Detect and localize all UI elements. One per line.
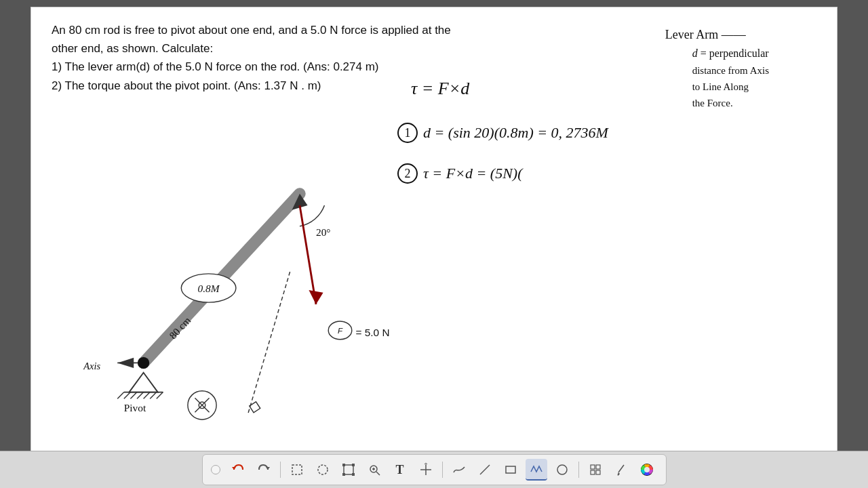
zigzag-button[interactable] bbox=[526, 459, 547, 481]
step1-number: 1 bbox=[397, 123, 418, 143]
toolbar-indicator bbox=[211, 465, 220, 474]
ellipse-select-button[interactable] bbox=[312, 459, 334, 481]
redo-icon bbox=[257, 463, 271, 476]
svg-line-48 bbox=[426, 463, 427, 464]
color-button[interactable] bbox=[636, 459, 658, 481]
problem-line1: An 80 cm rod is free to pivot about one … bbox=[52, 21, 451, 39]
transform-button[interactable] bbox=[338, 459, 359, 481]
svg-text:Pivot: Pivot bbox=[124, 402, 146, 413]
svg-rect-34 bbox=[292, 465, 302, 474]
lever-arm-note: Lever Arm —— d = perpendicular distance … bbox=[665, 28, 769, 111]
svg-marker-17 bbox=[129, 373, 157, 392]
svg-rect-38 bbox=[352, 464, 355, 466]
content-area: An 80 cm rod is free to pivot about one … bbox=[31, 7, 837, 453]
toolbar-container: T bbox=[0, 451, 868, 488]
zoom-button[interactable] bbox=[363, 459, 385, 481]
svg-rect-54 bbox=[591, 470, 595, 474]
svg-point-16 bbox=[138, 357, 149, 369]
lever-arm-title: Lever Arm —— bbox=[665, 28, 769, 42]
svg-line-19 bbox=[117, 392, 124, 399]
step1-content: d = (sin 20)(0.8m) = 0, 2736M bbox=[423, 124, 608, 142]
svg-rect-52 bbox=[591, 465, 595, 469]
svg-line-22 bbox=[137, 392, 144, 399]
svg-line-24 bbox=[150, 392, 157, 399]
zoom-icon bbox=[368, 463, 381, 476]
svg-marker-12 bbox=[309, 290, 323, 304]
rect-select-button[interactable] bbox=[286, 459, 308, 481]
svg-line-21 bbox=[130, 392, 137, 399]
step2-content: τ = F×d = (5N)( bbox=[423, 165, 523, 182]
svg-line-56 bbox=[618, 465, 624, 472]
main-whiteboard: An 80 cm rod is free to pivot about one … bbox=[31, 7, 837, 454]
step2-number: 2 bbox=[397, 163, 418, 184]
ellipse-select-icon bbox=[316, 463, 330, 476]
move-button[interactable] bbox=[415, 459, 437, 481]
toolbar: T bbox=[202, 454, 667, 485]
svg-point-35 bbox=[318, 465, 328, 474]
svg-rect-50 bbox=[506, 466, 515, 473]
svg-rect-40 bbox=[352, 473, 355, 476]
problem-line2: other end, as shown. Calculate: bbox=[52, 39, 451, 58]
color-wheel-icon bbox=[639, 462, 654, 477]
rectangle-button[interactable] bbox=[500, 459, 521, 481]
svg-line-0 bbox=[248, 272, 290, 415]
separator-3 bbox=[578, 462, 579, 478]
circle-icon bbox=[555, 463, 569, 476]
svg-marker-32 bbox=[232, 467, 236, 470]
undo-icon bbox=[231, 463, 245, 476]
problem-line3: 1) The lever arm(d) of the 5.0 N force o… bbox=[52, 58, 451, 76]
svg-point-51 bbox=[557, 465, 567, 474]
stamp-button[interactable] bbox=[585, 459, 606, 481]
svg-line-42 bbox=[376, 472, 380, 475]
svg-line-23 bbox=[144, 392, 151, 399]
svg-text:0.8M: 0.8M bbox=[198, 283, 220, 294]
diagram-area: 0.8M 80 cm 20° F = 5.0 N bbox=[52, 109, 418, 434]
rectangle-icon bbox=[504, 463, 517, 476]
undo-button[interactable] bbox=[227, 459, 249, 481]
svg-text:20°: 20° bbox=[316, 226, 331, 238]
torque-formula: τ = F×d bbox=[411, 79, 469, 99]
problem-line4: 2) The torque about the pivot point. (An… bbox=[52, 77, 451, 95]
separator-1 bbox=[280, 462, 281, 478]
line-icon bbox=[478, 463, 492, 476]
separator-2 bbox=[442, 462, 443, 478]
rect-select-icon bbox=[290, 463, 304, 476]
lever-arm-d-def2: distance from Axis bbox=[692, 62, 769, 79]
brush-button[interactable] bbox=[610, 459, 632, 481]
solution-step-2: 2 τ = F×d = (5N)( bbox=[397, 163, 818, 184]
svg-rect-39 bbox=[342, 473, 345, 476]
svg-rect-37 bbox=[342, 464, 345, 466]
zigzag-icon bbox=[530, 462, 543, 476]
text-icon: T bbox=[395, 463, 403, 477]
svg-line-20 bbox=[124, 392, 131, 399]
line-button[interactable] bbox=[474, 459, 496, 481]
problem-text: An 80 cm rod is free to pivot about one … bbox=[52, 21, 451, 95]
redo-button[interactable] bbox=[253, 459, 275, 481]
svg-rect-55 bbox=[596, 470, 600, 474]
svg-text:F: F bbox=[338, 327, 343, 335]
solution-step-1: 1 d = (sin 20)(0.8m) = 0, 2736M bbox=[397, 123, 818, 143]
svg-rect-36 bbox=[344, 465, 353, 474]
svg-text:= 5.0 N: = 5.0 N bbox=[356, 327, 390, 338]
circle-button[interactable] bbox=[551, 459, 573, 481]
svg-line-25 bbox=[157, 392, 163, 399]
physics-diagram: 0.8M 80 cm 20° F = 5.0 N bbox=[52, 109, 418, 434]
svg-line-49 bbox=[480, 465, 490, 474]
text-button[interactable]: T bbox=[389, 459, 411, 481]
lever-arm-d-def4: the Force. bbox=[692, 95, 769, 111]
curve-button[interactable] bbox=[448, 459, 470, 481]
lever-arm-d-def3: to Line Along bbox=[692, 79, 769, 95]
lever-arm-d-def: d = perpendicular bbox=[692, 45, 769, 62]
stamp-icon bbox=[589, 463, 602, 476]
transform-icon bbox=[342, 463, 355, 476]
svg-rect-53 bbox=[596, 465, 600, 469]
svg-marker-33 bbox=[266, 467, 270, 470]
solution-area: 1 d = (sin 20)(0.8m) = 0, 2736M 2 τ = F×… bbox=[397, 123, 818, 204]
crosshair-icon bbox=[419, 463, 433, 476]
brush-icon bbox=[614, 463, 628, 476]
curve-icon bbox=[452, 463, 466, 476]
svg-text:Axis: Axis bbox=[83, 361, 100, 371]
svg-point-59 bbox=[644, 467, 650, 472]
